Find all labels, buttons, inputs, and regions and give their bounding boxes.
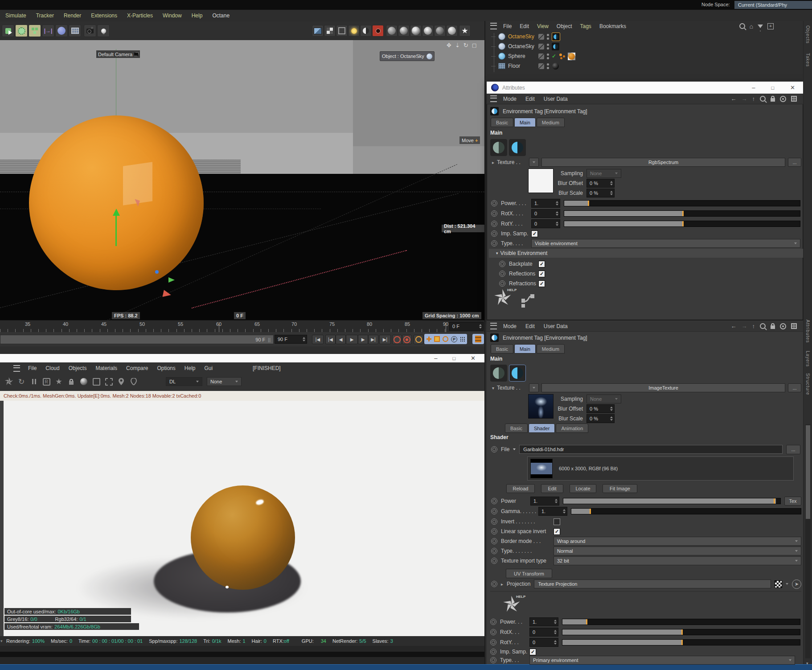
attr1-layout-icon[interactable] (791, 96, 797, 102)
timeline-range-bar[interactable]: 90 F || (0, 335, 274, 344)
end-frame-field[interactable]: 90 F (275, 335, 307, 344)
camera-label[interactable]: Default Camera (96, 50, 140, 58)
roty-slider[interactable] (564, 221, 800, 227)
scroll-down-icon[interactable]: ▾ (806, 661, 808, 666)
key-pla-icon[interactable] (460, 337, 465, 341)
attr1-envtag-big-icon-1[interactable] (490, 139, 507, 156)
interactive-render-icon[interactable] (336, 25, 348, 37)
expand-chevron-icon[interactable]: ▾ (492, 386, 494, 390)
env-type-dropdown[interactable]: Primary environment (529, 656, 795, 665)
blur-scale-field[interactable]: 0 % (586, 414, 615, 423)
imp-samp-checkbox[interactable]: ✓ (531, 230, 538, 237)
material-tag-icon[interactable] (552, 62, 559, 70)
zoom-icon[interactable]: ⇣ (455, 42, 460, 49)
om-add-icon[interactable]: + (767, 23, 774, 29)
node-editor-icon[interactable] (521, 293, 536, 308)
attr1-envtag-big-icon-2[interactable] (509, 139, 526, 156)
texture-tag-icon[interactable] (559, 53, 565, 59)
layer-chip[interactable] (538, 53, 544, 59)
collapse-chevron-icon[interactable]: ▸ (492, 160, 494, 165)
record-keyframe-icon[interactable] (402, 335, 412, 344)
light-icon[interactable] (97, 25, 110, 37)
timeline-ruler[interactable]: 35 40 45 50 55 60 65 70 75 80 85 90 0 F (0, 320, 484, 333)
menu-render[interactable]: Render (64, 12, 81, 19)
visibility-dots[interactable] (547, 34, 549, 40)
attr2-hamburger-icon[interactable] (490, 323, 497, 329)
env-type-dropdown[interactable]: Visible environment (531, 239, 800, 248)
file-chevron-icon[interactable] (513, 448, 516, 450)
attr2-lock-icon[interactable] (771, 325, 775, 329)
projection-chevron-icon[interactable] (786, 583, 788, 585)
lens-icon[interactable] (55, 25, 68, 37)
z-axis-arrow[interactable] (168, 277, 175, 283)
file-browse-button[interactable]: ... (786, 445, 800, 454)
imp-samp-checkbox[interactable]: ✓ (529, 649, 536, 655)
projection-field[interactable]: Texture Projection (534, 580, 771, 588)
object-row-sphere[interactable]: Sphere ✓ (491, 52, 799, 61)
om-search-icon[interactable] (739, 23, 745, 29)
object-name[interactable]: Sphere (508, 53, 536, 59)
visibility-dots[interactable] (547, 63, 549, 69)
layer-chip[interactable] (538, 34, 544, 40)
texture-value-field[interactable]: ImageTexture (541, 383, 785, 392)
material-ball-4-icon[interactable] (422, 25, 434, 37)
blur-offset-field[interactable]: 0 % (586, 179, 615, 188)
prev-frame-button[interactable]: ◀ (336, 335, 346, 344)
axis-handle-dot[interactable] (155, 270, 159, 274)
scene-sphere[interactable] (29, 115, 204, 290)
roty-field[interactable]: 0 (531, 219, 560, 228)
restart-render-icon[interactable]: ↻ (16, 376, 27, 387)
sampling-dropdown[interactable]: None (586, 395, 621, 403)
om-filter-icon[interactable] (758, 25, 763, 28)
object-name[interactable]: OctaneSky (508, 43, 536, 49)
material-ball-5-icon[interactable] (434, 25, 446, 37)
attr1-menu-mode[interactable]: Mode (503, 96, 517, 102)
model-mode-icon[interactable] (29, 25, 41, 37)
forward-icon[interactable]: → (742, 96, 747, 102)
goto-start-button[interactable]: |◀ (312, 335, 324, 344)
material-preview-icon[interactable] (78, 376, 89, 387)
backplate-checkbox[interactable]: ✓ (538, 261, 545, 267)
power-slider[interactable] (562, 619, 800, 625)
axis-lock-icon[interactable]: |→| (42, 25, 54, 37)
render-film-icon[interactable] (472, 334, 484, 344)
film-region-icon[interactable] (103, 376, 114, 387)
scrollbar-thumb[interactable] (806, 425, 810, 519)
rotx-slider[interactable] (562, 629, 800, 635)
reflections-checkbox[interactable]: ✓ (538, 271, 545, 277)
tab-basic[interactable]: Basic (491, 118, 513, 127)
render-region-icon[interactable] (91, 376, 102, 387)
blur-scale-field[interactable]: 0 % (586, 189, 615, 197)
object-name[interactable]: Floor (508, 63, 536, 69)
side-tab-takes[interactable]: Takes (805, 53, 810, 67)
up-icon[interactable]: ↑ (752, 323, 755, 329)
panel-scrollbar[interactable] (805, 424, 811, 658)
environment-tag-icon[interactable] (552, 33, 560, 41)
attr1-menu-edit[interactable]: Edit (525, 96, 535, 102)
attr2-layout-icon[interactable] (791, 323, 797, 329)
current-frame-field[interactable]: 0 F (449, 322, 484, 331)
attr2-menu-mode[interactable]: Mode (503, 323, 517, 329)
tab-basic[interactable]: Basic (491, 344, 513, 353)
material-tag-icon[interactable] (568, 53, 575, 60)
reload-button[interactable]: Reload (506, 484, 535, 493)
viewport[interactable]: Default Camera Object : OctaneSky ✥ ⇣ ↻ … (0, 40, 484, 320)
shader-power-field[interactable]: 1. (530, 497, 559, 506)
tab-shader[interactable]: Shader (529, 423, 555, 433)
menu-tracker[interactable]: Tracker (36, 12, 54, 19)
octane-help-logo-2[interactable]: HELP (503, 596, 529, 618)
roty-field[interactable]: 0 (529, 638, 558, 647)
gamma-slider[interactable] (571, 508, 801, 514)
taskbar[interactable] (0, 664, 812, 670)
rotx-field[interactable]: 0 (531, 209, 560, 218)
attr1-search-icon[interactable] (760, 96, 766, 102)
render-settings-icon[interactable] (324, 25, 336, 37)
pause-render-icon[interactable] (29, 376, 39, 387)
rotx-field[interactable]: 0 (529, 628, 558, 637)
node-space-select[interactable]: Current (Standard/Phy (734, 1, 812, 9)
layer-chip[interactable] (538, 63, 544, 69)
refractions-checkbox[interactable]: ✓ (538, 280, 545, 287)
power-field[interactable]: 1. (531, 199, 560, 208)
power-field[interactable]: 1. (529, 617, 558, 626)
checker-icon[interactable] (775, 580, 782, 588)
